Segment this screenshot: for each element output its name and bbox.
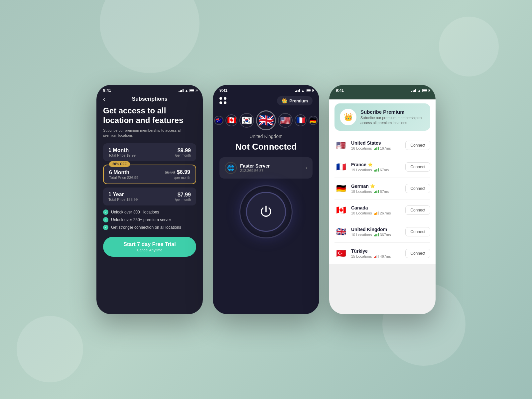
loc-info-de: German ⭐ 19 Locations [351, 184, 405, 194]
subscribe-title: Subcribe Premium [360, 109, 425, 115]
feature-label-2: Unlock over 250+ premium server [111, 217, 171, 222]
battery-icon-2 [306, 89, 313, 92]
loc-ping-tr: 467ms [374, 254, 391, 258]
ping-bars-fr [374, 168, 379, 172]
plan-6month-name: 6 Month [109, 170, 138, 176]
connect-btn-fr[interactable]: Connect [405, 162, 430, 172]
power-icon [258, 203, 274, 220]
loc-details-de: 19 Locations 67ms [351, 190, 405, 194]
star-de: ⭐ [370, 184, 375, 189]
subscribe-icon: 👑 [340, 109, 356, 125]
flag-us[interactable]: 🇺🇸 [278, 113, 293, 128]
status-bar-3: 9:41 ▲ [336, 85, 429, 94]
plan-1month-period: /per month [175, 154, 191, 157]
ping-bars-ca [374, 211, 379, 215]
bg-circle-top-right [439, 17, 499, 76]
location-item-de: 🇩🇪 German ⭐ 19 Locations [334, 178, 430, 200]
status-time-3: 9:41 [336, 88, 344, 93]
connect-btn-gb[interactable]: Connect [405, 227, 430, 236]
trial-button-label: Start 7 day Free Trial [108, 241, 192, 247]
loc-details-ca: 10 Locations 267ms [351, 211, 405, 215]
phones-container: 9:41 ▲ ‹ Subscriptions Get access to all… [96, 85, 436, 314]
flag-de[interactable]: 🇩🇪 [309, 116, 318, 125]
connect-btn-tr[interactable]: Connect [405, 249, 430, 258]
loc-info-fr: France ⭐ 19 Locations [351, 162, 405, 172]
star-fr: ⭐ [368, 162, 373, 167]
loc-details-us: 16 Locations 167ms [351, 146, 405, 150]
status-time-1: 9:41 [103, 88, 111, 93]
feature-label-1: Unlock over 300+ locations [111, 210, 159, 214]
grid-menu-icon[interactable] [219, 97, 227, 104]
loc-name-us: United States [351, 140, 405, 146]
plan-1month-price: $9.99 [175, 148, 191, 154]
selected-country: United Kingdom [219, 134, 313, 139]
premium-badge[interactable]: 👑 Premium [277, 96, 313, 105]
loc-info-ca: Canada 10 Locations [351, 205, 405, 215]
flag-fr-list: 🇫🇷 [334, 160, 348, 174]
loc-ping-us: 167ms [374, 146, 391, 150]
plan-1month[interactable]: 1 Month Total Price $9.99 $9.99 /per mon… [103, 143, 196, 161]
phone3-content: 👑 Subcribe Premium Subcribe our premium … [329, 99, 436, 264]
crown-icon: 👑 [282, 98, 287, 103]
flag-tr-list: 🇹🇷 [334, 247, 348, 260]
plan-1year-name: 1 Year [108, 192, 138, 198]
plan-6month[interactable]: 20% OFF 6 Month Total Price $36.99 $6.99… [103, 165, 196, 184]
flag-de-list: 🇩🇪 [334, 182, 348, 195]
flag-gb-list: 🇬🇧 [334, 225, 348, 238]
signal-icon-1 [179, 89, 184, 92]
ping-bars-de [374, 190, 379, 193]
wifi-icon-3: ▲ [418, 89, 421, 92]
connect-btn-ca[interactable]: Connect [405, 205, 430, 215]
plan-1year-price: $7.99 [175, 192, 191, 198]
ping-bars-us [374, 147, 379, 150]
status-bar-2: 9:41 ▲ [213, 85, 319, 94]
server-info: 🌐 Faster Server 212.369.56.87 [225, 162, 270, 174]
flag-fr[interactable]: 🇫🇷 [295, 114, 307, 126]
phone2-content: 👑 Premium 🇦🇺 🇨🇦 🇰🇷 🇬🇧 🇺🇸 🇫🇷 🇩🇪 United Ki… [213, 94, 319, 238]
loc-info-gb: United Kingdom 10 Locations [351, 227, 405, 237]
connect-btn-de[interactable]: Connect [405, 184, 430, 193]
plan-6month-old-price: $6.99 [165, 170, 175, 175]
crown-icon-banner: 👑 [344, 113, 353, 121]
power-inner [246, 192, 286, 232]
flag-ca-list: 🇨🇦 [334, 203, 348, 217]
phone2-topbar: 👑 Premium [219, 94, 313, 110]
feature-check-1: ✓ [103, 209, 108, 215]
feature-check-2: ✓ [103, 217, 108, 222]
connection-status: Not Connected [219, 142, 313, 152]
trial-button-sublabel: Cancel Anytime [108, 248, 192, 252]
power-ring[interactable] [239, 185, 293, 238]
premium-label: Premium [289, 98, 308, 103]
loc-name-gb: United Kingdom [351, 227, 405, 232]
status-time-2: 9:41 [219, 88, 227, 93]
loc-name-ca: Canada [351, 205, 405, 210]
plan-1year[interactable]: 1 Year Total Price $88.99 $7.99 /per mon… [103, 188, 196, 205]
feature-1: ✓ Unlock over 300+ locations [103, 209, 196, 215]
flag-ca[interactable]: 🇨🇦 [225, 114, 237, 126]
status-icons-3: ▲ [411, 89, 429, 92]
loc-name-fr: France ⭐ [351, 162, 405, 167]
trial-button[interactable]: Start 7 day Free Trial Cancel Anytime [103, 237, 196, 257]
server-name: Faster Server [240, 163, 270, 169]
loc-details-gb: 10 Locations 367ms [351, 233, 405, 237]
loc-ping-de: 67ms [374, 190, 389, 194]
flag-au[interactable]: 🇦🇺 [214, 116, 223, 125]
plan-1year-total: Total Price $88.99 [108, 198, 138, 201]
flag-us-list: 🇺🇸 [334, 139, 348, 152]
phone1-content: ‹ Subscriptions Get access to all locati… [96, 94, 203, 257]
plan-1year-period: /per month [175, 198, 191, 201]
discount-badge: 20% OFF [109, 161, 130, 167]
status-icons-1: ▲ [179, 89, 196, 92]
plan-1month-name: 1 Month [108, 147, 136, 153]
feature-label-3: Get stronger connection on all locations [111, 225, 181, 230]
server-card[interactable]: 🌐 Faster Server 212.369.56.87 › [219, 157, 313, 179]
loc-details-tr: 15 Locations 467ms [351, 254, 405, 258]
flag-kr[interactable]: 🇰🇷 [239, 113, 254, 128]
connect-btn-us[interactable]: Connect [405, 141, 430, 150]
location-item-fr: 🇫🇷 France ⭐ 19 Locations [334, 156, 430, 178]
phone-locations: 9:41 ▲ 👑 [329, 85, 436, 314]
location-list: 🇺🇸 United States 16 Locations [329, 135, 436, 264]
back-button[interactable]: ‹ [103, 96, 105, 103]
flag-gb-center[interactable]: 🇬🇧 [256, 110, 276, 130]
feature-check-3: ✓ [103, 225, 108, 230]
